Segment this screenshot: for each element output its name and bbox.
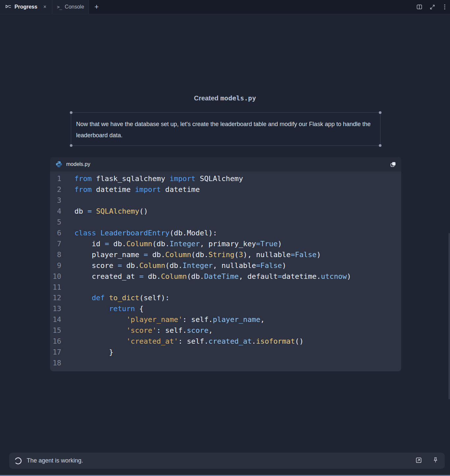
code-line: 16 'created_at': self.created_at.isoform… — [50, 336, 401, 347]
code-editor: .tok-k{color:#4f9df0}.tok-f{color:#e6c77… — [50, 172, 401, 371]
code-line: 9 score = db.Column(db.Integer, nullable… — [50, 260, 401, 271]
code-line: 7 id = db.Column(db.Integer, primary_key… — [50, 239, 401, 250]
code-text: def to_dict(self): — [61, 293, 170, 304]
agent-note-box[interactable]: Now that we have the database set up, le… — [71, 112, 380, 146]
code-line: 1from flask_sqlalchemy import SQLAlchemy — [50, 173, 401, 184]
code-line: 8 player_name = db.Column(db.String(3), … — [50, 250, 401, 260]
line-number: 7 — [50, 239, 61, 250]
vertical-scrollbar[interactable] — [449, 233, 450, 399]
status-actions — [415, 457, 439, 465]
code-text — [61, 358, 74, 369]
code-line: 17 } — [50, 347, 401, 358]
python-icon — [55, 161, 63, 168]
line-number: 16 — [50, 336, 61, 347]
code-line: 10 created_at = db.Column(db.DateTime, d… — [50, 271, 401, 282]
code-line: 11 — [50, 282, 401, 293]
tab-console[interactable]: >_ Console — [52, 0, 89, 14]
code-line: 3 — [50, 195, 401, 206]
line-number: 18 — [50, 358, 61, 369]
code-lines: 1from flask_sqlalchemy import SQLAlchemy… — [50, 173, 401, 369]
code-text: created_at = db.Column(db.DateTime, defa… — [61, 271, 351, 282]
tab-label: Progress — [14, 4, 37, 10]
code-line: 5 — [50, 217, 401, 228]
split-view-icon[interactable] — [416, 4, 423, 10]
code-text: 'created_at': self.created_at.isoformat(… — [61, 336, 304, 347]
pin-icon[interactable] — [432, 457, 439, 465]
code-card-header: models.py — [50, 157, 401, 172]
code-text: id = db.Column(db.Integer, primary_key=T… — [61, 239, 282, 250]
line-number: 5 — [50, 217, 61, 228]
step-action: Created — [194, 94, 218, 102]
window-controls — [416, 0, 447, 14]
progress-icon — [5, 4, 12, 11]
selection-handle[interactable] — [70, 144, 72, 147]
selection-handle[interactable] — [379, 111, 381, 114]
line-number: 14 — [50, 314, 61, 325]
step-heading: Created models.py — [0, 94, 450, 102]
code-text: from flask_sqlalchemy import SQLAlchemy — [61, 173, 243, 184]
line-number: 3 — [50, 195, 61, 206]
line-number: 4 — [50, 206, 61, 217]
new-tab-button[interactable]: + — [89, 0, 104, 14]
selection-handle[interactable] — [379, 144, 381, 147]
code-line: 15 'score': self.score, — [50, 325, 401, 336]
code-text: } — [61, 347, 113, 358]
line-number: 8 — [50, 250, 61, 260]
code-text — [61, 195, 74, 206]
code-line: 14 'player_name': self.player_name, — [50, 314, 401, 325]
code-text: return { — [61, 304, 144, 314]
agent-status-bar: The agent is working. — [9, 453, 445, 469]
code-line: 4db = SQLAlchemy() — [50, 206, 401, 217]
overflow-menu-icon[interactable] — [442, 4, 447, 10]
code-text: player_name = db.Column(db.String(3), nu… — [61, 250, 321, 260]
line-number: 1 — [50, 173, 61, 184]
code-text: from datetime import datetime — [61, 184, 200, 195]
code-filename: models.py — [66, 161, 90, 167]
tab-progress[interactable]: Progress × — [0, 0, 52, 14]
line-number: 9 — [50, 260, 61, 271]
code-text: db = SQLAlchemy() — [61, 206, 148, 217]
code-text: class LeaderboardEntry(db.Model): — [61, 228, 217, 239]
line-number: 10 — [50, 271, 61, 282]
code-text — [61, 282, 74, 293]
spinner-icon — [14, 457, 22, 465]
step-filename: models.py — [220, 94, 256, 102]
console-terminal-icon: >_ — [57, 4, 62, 10]
code-text: 'player_name': self.player_name, — [61, 314, 265, 325]
agent-note-text: Now that we have the database set up, le… — [71, 113, 380, 141]
status-text: The agent is working. — [27, 457, 83, 464]
code-line: 6class LeaderboardEntry(db.Model): — [50, 228, 401, 239]
line-number: 13 — [50, 304, 61, 314]
selection-handle[interactable] — [70, 111, 72, 114]
code-line: 2from datetime import datetime — [50, 184, 401, 195]
line-number: 11 — [50, 282, 61, 293]
line-number: 15 — [50, 325, 61, 336]
open-in-new-icon[interactable] — [415, 457, 422, 465]
tab-label: Console — [65, 4, 84, 10]
expand-icon[interactable] — [429, 4, 436, 10]
tab-bar: Progress × >_ Console + — [0, 0, 450, 14]
code-line: 18 — [50, 358, 401, 369]
line-number: 17 — [50, 347, 61, 358]
line-number: 6 — [50, 228, 61, 239]
copy-button[interactable] — [390, 161, 397, 168]
code-text: 'score': self.score, — [61, 325, 213, 336]
code-line: 13 return { — [50, 304, 401, 314]
close-icon[interactable]: × — [42, 4, 47, 10]
code-line: 12 def to_dict(self): — [50, 293, 401, 304]
code-text — [61, 217, 74, 228]
line-number: 2 — [50, 184, 61, 195]
line-number: 12 — [50, 293, 61, 304]
code-card: models.py .tok-k{color:#4f9df0}.tok-f{co… — [50, 157, 401, 371]
code-text: score = db.Column(db.Integer, nullable=F… — [61, 260, 286, 271]
